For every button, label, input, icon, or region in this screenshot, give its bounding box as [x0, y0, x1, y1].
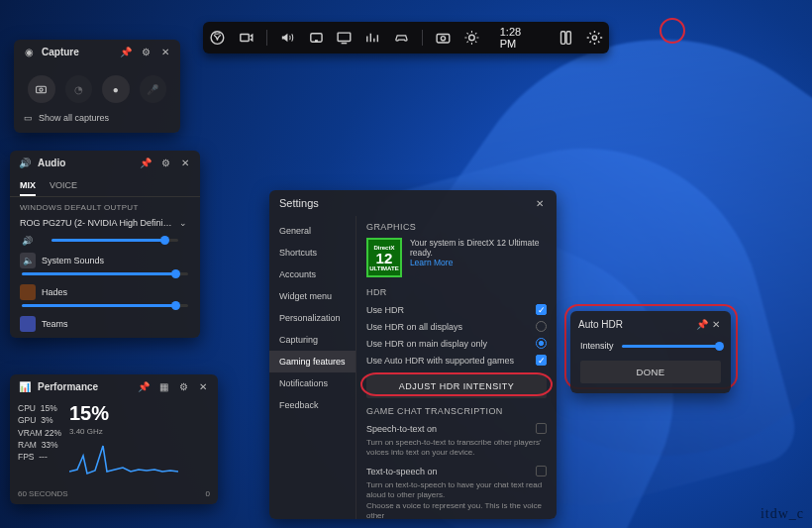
pin-icon[interactable]: 📌 [119, 45, 133, 58]
highlight-ring-settings [660, 18, 685, 44]
hades-icon [20, 284, 36, 300]
svg-point-10 [592, 36, 596, 40]
settings-icon[interactable]: ⚙ [139, 45, 152, 58]
device-name: ROG PG27U (2- NVIDIA High Definition A..… [20, 218, 172, 228]
pin-icon[interactable]: 📌 [695, 317, 709, 331]
nav-personalization[interactable]: Personalization [269, 307, 355, 329]
settings-icon[interactable]: ⚙ [158, 156, 172, 169]
nav-accounts[interactable]: Accounts [269, 264, 355, 285]
svg-point-7 [469, 35, 475, 41]
auto-hdr-title: Auto HDR [578, 319, 695, 330]
close-icon[interactable]: ✕ [533, 196, 547, 210]
pin-icon[interactable]: 📌 [139, 156, 152, 169]
chevron-down-icon[interactable]: ⌄ [176, 216, 190, 230]
system-sounds-icon: 🔈 [20, 253, 36, 268]
nav-general[interactable]: General [269, 220, 355, 242]
pin-icon[interactable]: 📌 [137, 379, 151, 393]
performance-panel: 📊 Performance 📌 ▦ ⚙ ✕ CPU 15% GPU 3% VRA… [10, 374, 218, 504]
widgets-icon[interactable] [558, 29, 574, 47]
hades-slider[interactable] [22, 304, 188, 307]
stt-title: Speech-to-text on [366, 424, 437, 434]
chat-transcription-header: GAME CHAT TRANSCRIPTION [366, 406, 547, 416]
screenshot-button[interactable] [28, 75, 55, 103]
opt-use-hdr-label: Use HDR [366, 305, 404, 315]
nav-notifications[interactable]: Notifications [269, 372, 355, 394]
settings-panel: Settings ✕ General Shortcuts Accounts Wi… [269, 190, 557, 519]
close-icon[interactable]: ✕ [178, 156, 192, 169]
nav-widget-menu[interactable]: Widget menu [269, 285, 355, 307]
speaker-icon: 🔊 [18, 156, 32, 169]
capture-widget-icon[interactable] [308, 29, 325, 47]
master-volume-slider[interactable] [51, 239, 178, 242]
tts-desc2: Choose a voice to represent you. This is… [366, 501, 547, 519]
opt-all-displays-label: Use HDR on all displays [366, 322, 462, 332]
settings-title: Settings [279, 197, 533, 209]
svg-rect-5 [437, 34, 450, 42]
gear-icon[interactable] [586, 29, 603, 47]
record-button[interactable]: ● [102, 75, 130, 103]
game-bar: 1:28 PM [203, 22, 609, 53]
show-all-captures-link[interactable]: ▭ Show all captures [24, 113, 170, 123]
brightness-icon[interactable] [463, 29, 480, 47]
svg-rect-11 [37, 86, 47, 93]
graphics-header: GRAPHICS [366, 222, 547, 232]
tab-mix[interactable]: MIX [20, 176, 36, 196]
clock: 1:28 PM [492, 26, 546, 50]
capture-icon: ◉ [22, 45, 36, 58]
svg-rect-4 [339, 33, 352, 41]
performance-icon[interactable] [364, 29, 381, 47]
svg-rect-1 [241, 34, 249, 41]
broadcast-icon[interactable] [238, 29, 254, 47]
done-button[interactable]: DONE [580, 361, 721, 383]
camera-icon[interactable] [435, 29, 452, 47]
tts-checkbox[interactable] [536, 466, 547, 476]
display-icon[interactable] [336, 29, 353, 47]
auto-hdr-panel: Auto HDR 📌 ✕ Intensity DONE [570, 311, 731, 393]
chart-icon: 📊 [18, 379, 32, 393]
svg-rect-3 [315, 40, 318, 42]
volume-icon[interactable] [279, 29, 296, 47]
intensity-slider[interactable] [622, 345, 721, 348]
stt-checkbox[interactable] [536, 423, 547, 434]
settings-nav: General Shortcuts Accounts Widget menu P… [269, 216, 356, 519]
volume-icon[interactable]: 🔊 [20, 234, 34, 248]
capture-title: Capture [42, 47, 113, 57]
nav-capturing[interactable]: Capturing [269, 329, 355, 351]
settings-icon[interactable]: ⚙ [176, 379, 190, 393]
auto-hdr-checkbox[interactable]: ✓ [536, 355, 547, 366]
xbox-icon[interactable] [209, 29, 226, 47]
close-icon[interactable]: ✕ [709, 317, 723, 331]
controller-icon[interactable] [393, 29, 410, 47]
close-icon[interactable]: ✕ [158, 45, 172, 58]
app-teams-label: Teams [42, 319, 68, 329]
app-hades-label: Hades [42, 287, 67, 297]
use-hdr-checkbox[interactable]: ✓ [536, 304, 547, 315]
learn-more-link[interactable]: Learn More [410, 258, 453, 267]
gallery-icon: ▭ [24, 113, 33, 123]
svg-point-12 [40, 88, 43, 91]
nav-shortcuts[interactable]: Shortcuts [269, 242, 355, 264]
intensity-label: Intensity [580, 341, 614, 351]
watermark-text: itdw_c [761, 506, 804, 522]
perf-stats: CPU 15% GPU 3% VRAM 22% RAM 33% FPS --- [18, 402, 61, 481]
audio-title: Audio [38, 158, 133, 168]
svg-rect-9 [566, 32, 570, 45]
tab-voice[interactable]: VOICE [50, 176, 77, 196]
capture-panel: ◉ Capture 📌 ⚙ ✕ ◔ ● 🎤 ▭ Show all capture… [14, 40, 180, 133]
xaxis-label: 60 SECONDS [18, 489, 68, 498]
perf-big-value: 15% [69, 402, 178, 425]
audio-panel: 🔊 Audio 📌 ⚙ ✕ MIX VOICE WINDOWS DEFAULT … [10, 151, 200, 338]
adjust-hdr-button[interactable]: ADJUST HDR INTENSITY [366, 374, 547, 398]
default-output-label: WINDOWS DEFAULT OUTPUT [10, 197, 200, 214]
all-displays-radio[interactable] [536, 321, 547, 332]
main-display-radio[interactable] [536, 338, 547, 349]
opt-main-display-label: Use HDR on main display only [366, 339, 487, 349]
xaxis-zero: 0 [206, 489, 210, 498]
nav-gaming-features[interactable]: Gaming features [269, 351, 355, 372]
dx-status-text: Your system is DirectX 12 Ultimate ready… [410, 238, 547, 258]
nav-feedback[interactable]: Feedback [269, 394, 355, 416]
layout-icon[interactable]: ▦ [156, 379, 170, 393]
system-sounds-slider[interactable] [22, 272, 188, 275]
mic-button: 🎤 [140, 75, 167, 103]
close-icon[interactable]: ✕ [196, 379, 210, 393]
